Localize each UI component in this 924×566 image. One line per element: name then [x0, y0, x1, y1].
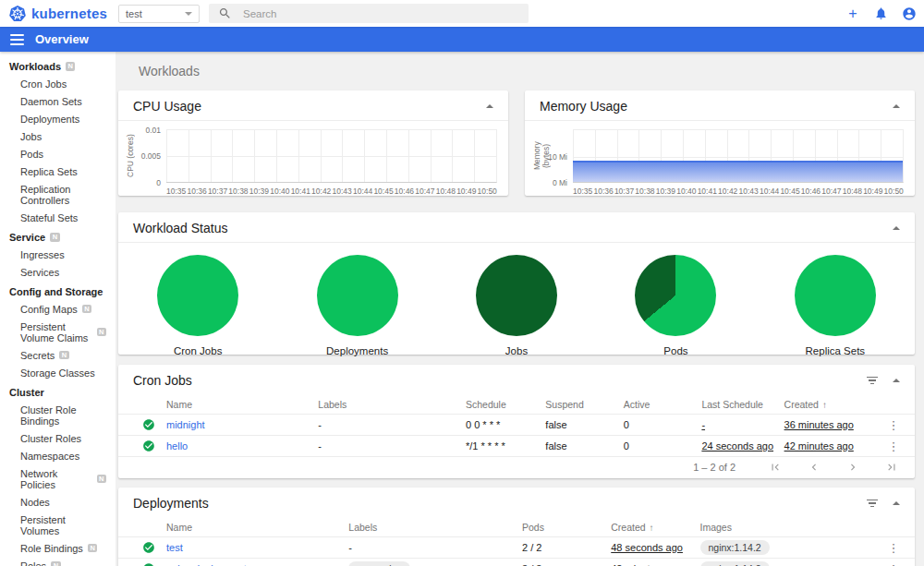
- sidebar-item-persistent-volume-claims[interactable]: Persistent Volume ClaimsN: [0, 318, 116, 346]
- item-label: Persistent Volumes: [20, 514, 106, 536]
- create-resource-button[interactable]: [845, 6, 860, 21]
- namespace-value: test: [126, 8, 142, 19]
- column-header-name[interactable]: Name: [166, 399, 318, 410]
- sidebar-item-ingresses[interactable]: Ingresses: [0, 246, 116, 263]
- cell-created: 36 minutes ago: [784, 419, 878, 430]
- chevron-right-icon: [846, 461, 859, 474]
- sidebar-item-daemon-sets[interactable]: Daemon Sets: [0, 92, 116, 110]
- sidebar-item-persistent-volumes[interactable]: Persistent Volumes: [0, 511, 116, 539]
- first-page-button[interactable]: [769, 461, 782, 474]
- sidebar-item-role-bindings[interactable]: Role BindingsN: [0, 539, 116, 557]
- collapse-icon[interactable]: [893, 501, 900, 505]
- sidebar-item-cluster-roles[interactable]: Cluster Roles: [0, 429, 116, 447]
- row-menu-icon[interactable]: [878, 562, 909, 566]
- image-chip: nginx:1.14.2: [700, 540, 770, 556]
- column-header-name[interactable]: Name: [166, 522, 348, 533]
- collapse-icon[interactable]: [893, 379, 900, 382]
- last-page-button[interactable]: [885, 461, 898, 474]
- deployment-link[interactable]: test: [166, 542, 348, 553]
- collapse-icon[interactable]: [893, 226, 900, 230]
- kubernetes-logo[interactable]: kubernetes: [9, 6, 111, 22]
- row-menu-icon[interactable]: [878, 418, 909, 432]
- search-input[interactable]: [243, 8, 483, 19]
- row-menu-icon[interactable]: [878, 541, 909, 555]
- table-row: hello - */1 * * * * false 0 24 seconds a…: [118, 435, 915, 456]
- cron-job-link[interactable]: hello: [166, 440, 318, 452]
- sidebar-section-workloads[interactable]: WorkloadsN: [0, 55, 116, 75]
- item-label: Jobs: [20, 131, 42, 142]
- item-label: Storage Classes: [20, 367, 95, 379]
- item-label: Pods: [20, 149, 43, 160]
- next-page-button[interactable]: [846, 461, 859, 474]
- namespaced-badge: N: [66, 62, 75, 71]
- item-label: Nodes: [20, 497, 50, 508]
- prev-page-button[interactable]: [808, 461, 821, 474]
- sidebar-item-jobs[interactable]: Jobs: [0, 127, 116, 145]
- sidebar-item-namespaces[interactable]: Namespaces: [0, 447, 116, 464]
- label-chip: app: nginx: [348, 561, 409, 566]
- namespace-selector[interactable]: test: [118, 5, 200, 23]
- filter-icon[interactable]: [865, 498, 880, 510]
- sidebar-item-roles[interactable]: RolesN: [0, 557, 116, 566]
- sidebar-item-secrets[interactable]: SecretsN: [0, 346, 116, 364]
- sidebar-item-deployments[interactable]: Deployments: [0, 110, 116, 127]
- column-header-images[interactable]: Images: [700, 522, 879, 533]
- column-header-active[interactable]: Active: [624, 399, 702, 410]
- sidebar-item-network-policies[interactable]: Network PoliciesN: [0, 464, 116, 493]
- column-header-created[interactable]: Created: [784, 399, 878, 410]
- cron-job-link[interactable]: midnight: [166, 419, 318, 430]
- column-header-created[interactable]: Created: [611, 522, 699, 533]
- notifications-button[interactable]: [874, 6, 888, 20]
- sidebar-section-service[interactable]: ServiceN: [0, 226, 116, 246]
- bell-icon: [874, 6, 888, 20]
- namespaced-badge: N: [97, 328, 106, 337]
- cpu-x-ticks: 10:3510:3610:3710:3810:3910:4010:4110:42…: [166, 183, 497, 196]
- sidebar-item-services[interactable]: Services: [0, 263, 116, 281]
- search-icon: [218, 6, 232, 20]
- sidebar-item-cron-jobs[interactable]: Cron Jobs: [0, 75, 116, 92]
- menu-icon[interactable]: [10, 34, 24, 45]
- section-label: Cluster: [9, 387, 44, 398]
- section-label: Config and Storage: [9, 286, 103, 297]
- page-title: Workloads: [139, 64, 915, 78]
- y-tick: 0 Mi: [553, 178, 567, 187]
- gridline: [166, 156, 496, 157]
- column-header-last-schedule[interactable]: Last Schedule: [701, 399, 784, 410]
- sidebar-item-stateful-sets[interactable]: Stateful Sets: [0, 209, 116, 226]
- pie-label: Jobs: [505, 345, 528, 356]
- column-header-labels[interactable]: Labels: [318, 399, 466, 410]
- pie-chart: [795, 255, 876, 336]
- cell-labels: -: [318, 440, 466, 452]
- pie-label: Cron Jobs: [174, 345, 222, 356]
- item-label: Cron Jobs: [20, 78, 67, 90]
- y-tick: 0: [156, 178, 161, 187]
- workload-status-card: Workload Status Cron Jobs Deployments Jo…: [118, 212, 915, 355]
- status-ok-icon: [142, 418, 155, 431]
- column-header-labels[interactable]: Labels: [348, 522, 522, 533]
- pagination-range: 1 – 2 of 2: [693, 462, 736, 473]
- pie-chart: [317, 255, 398, 336]
- column-header-schedule[interactable]: Schedule: [466, 399, 545, 410]
- search-bar[interactable]: [209, 4, 529, 23]
- section-label: Workloads: [9, 61, 61, 72]
- row-menu-icon[interactable]: [878, 440, 909, 453]
- sidebar-item-pods[interactable]: Pods: [0, 145, 116, 163]
- pie-chart: [635, 255, 716, 336]
- filter-icon[interactable]: [865, 375, 880, 387]
- column-header-pods[interactable]: Pods: [522, 522, 611, 533]
- kubernetes-helm-icon: [9, 6, 26, 22]
- user-menu-button[interactable]: [902, 6, 917, 21]
- cell-last-schedule: 24 seconds ago: [701, 440, 784, 452]
- sidebar-item-replication-controllers[interactable]: Replication Controllers: [0, 180, 116, 209]
- sidebar-item-nodes[interactable]: Nodes: [0, 493, 116, 511]
- sidebar-item-replica-sets[interactable]: Replica Sets: [0, 163, 116, 180]
- sidebar-item-storage-classes[interactable]: Storage Classes: [0, 364, 116, 381]
- cell-active: 0: [624, 419, 702, 430]
- collapse-icon[interactable]: [486, 104, 493, 108]
- workload-status-title: Workload Status: [133, 221, 880, 235]
- collapse-icon[interactable]: [893, 104, 900, 108]
- column-header-suspend[interactable]: Suspend: [545, 399, 624, 410]
- sidebar-item-config-maps[interactable]: Config MapsN: [0, 300, 116, 318]
- table-row: test - 2 / 2 48 seconds ago nginx:1.14.2: [118, 536, 915, 558]
- sidebar-item-cluster-role-bindings[interactable]: Cluster Role Bindings: [0, 401, 116, 429]
